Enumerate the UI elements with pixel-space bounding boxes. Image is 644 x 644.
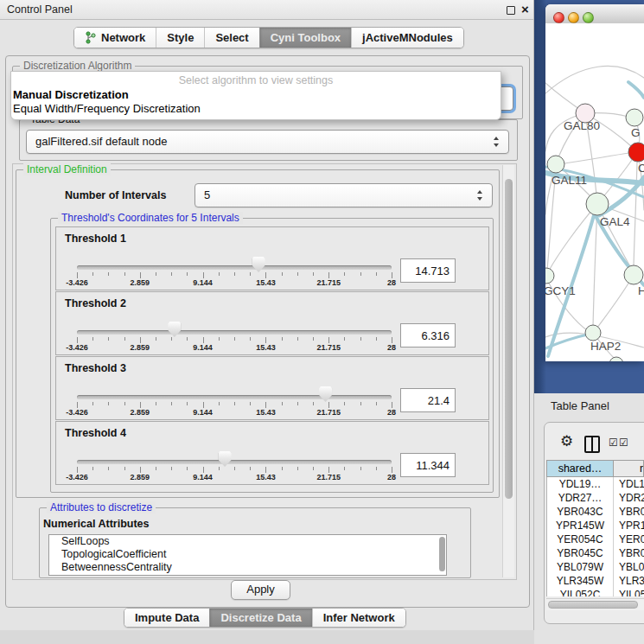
table-panel-title: Table Panel	[551, 399, 609, 412]
slider-thumb[interactable]	[219, 451, 232, 467]
slider-track[interactable]	[77, 460, 392, 464]
node-gcy1[interactable]	[545, 268, 554, 284]
vertical-scrollbar[interactable]	[502, 165, 514, 577]
table-row[interactable]: YBR045CYBR045C	[547, 546, 644, 560]
zoom-traffic-light[interactable]	[583, 12, 594, 23]
slider-track[interactable]	[77, 330, 392, 335]
table-row[interactable]: YDL19…YDL19	[547, 477, 644, 491]
slider-track[interactable]	[77, 395, 392, 399]
cell-name: YBR043C	[614, 505, 644, 519]
tick-label: 15.43	[256, 408, 276, 417]
stepper-arrows-icon	[476, 189, 484, 201]
node-label-c: C	[638, 162, 644, 175]
node-h[interactable]	[624, 265, 643, 284]
window-title: Control Panel	[7, 3, 73, 16]
slider-thumb[interactable]	[252, 257, 265, 272]
table-row[interactable]: YBL079WYBL079W	[547, 560, 644, 574]
node-unlabeled[interactable]	[609, 357, 623, 361]
network-window-titlebar[interactable]	[545, 4, 644, 24]
column-header-name[interactable]: name	[614, 461, 643, 476]
bottom-tab-infer-network-label: Infer Network	[323, 611, 395, 624]
node-gal11[interactable]	[547, 156, 564, 173]
discretization-algorithm-group-label: Discretization Algorithm	[20, 60, 135, 72]
table-row[interactable]: YDR27…YDR27	[547, 491, 644, 505]
numerical-attributes-list[interactable]: SelfLoopsTopologicalCoefficientBetweenne…	[48, 534, 447, 576]
threshold-value-input[interactable]	[400, 388, 456, 412]
bottom-tab-impute-data-label: Impute Data	[135, 611, 199, 624]
tick-label: 28	[387, 473, 396, 481]
node-gal4[interactable]	[586, 193, 609, 215]
float-window-icon[interactable]	[507, 6, 515, 15]
node-g[interactable]	[626, 109, 643, 126]
bottom-tab-infer-network[interactable]: Infer Network	[312, 609, 405, 627]
apply-button[interactable]: Apply	[231, 580, 290, 600]
checkbox-icon[interactable]: ☑	[609, 437, 618, 449]
table-row[interactable]: YPR145WYPR145W	[547, 519, 644, 532]
table-row[interactable]: YBR043CYBR043C	[547, 505, 644, 519]
attribute-item-topologicalcoefficient[interactable]: TopologicalCoefficient	[49, 548, 446, 561]
cell-shared-name: YBL079W	[547, 560, 614, 574]
table-data-combobox[interactable]: galFiltered.sif default node	[26, 130, 509, 154]
close-traffic-light[interactable]	[553, 12, 564, 23]
node-hap2[interactable]	[585, 325, 601, 341]
top-tab-bar: NetworkStyleSelectCyni ToolboxjActiveMNo…	[73, 27, 464, 48]
checkbox-icon[interactable]: ☑	[619, 437, 628, 449]
tab-jactivemnodules[interactable]: jActiveMNodules	[351, 28, 463, 48]
tick-label: 9.144	[193, 408, 213, 417]
gray-edge[interactable]	[549, 204, 597, 271]
slider-thumb[interactable]	[319, 386, 332, 402]
list-scrollbar-thumb[interactable]	[439, 537, 445, 571]
table-row[interactable]: YER054CYER054C	[547, 532, 644, 546]
cell-shared-name: YBR045C	[547, 546, 614, 560]
number-of-intervals-value: 5	[204, 188, 210, 201]
control-panel-titlebar: Control Panel ×	[0, 0, 533, 20]
threshold-value-input[interactable]	[400, 258, 456, 283]
tab-jactivemnodules-label: jActiveMNodules	[362, 31, 453, 44]
column-header-shared-name[interactable]: shared…	[547, 461, 614, 476]
cell-name: YBL079W	[614, 560, 644, 574]
vertical-scrollbar-thumb[interactable]	[505, 179, 513, 499]
gray-edge[interactable]	[593, 204, 597, 327]
close-icon[interactable]: ×	[521, 2, 529, 16]
tick-label: 15.43	[256, 278, 276, 287]
table-row[interactable]: YLR345WYLR345W	[547, 574, 644, 588]
attribute-item-selfloops[interactable]: SelfLoops	[49, 535, 446, 548]
horizontal-scrollbar-thumb[interactable]	[548, 601, 638, 609]
bottom-tab-bar: Impute DataDiscretize DataInfer Network	[124, 608, 406, 628]
bottom-tab-impute-data[interactable]: Impute Data	[124, 609, 209, 627]
number-of-intervals-combobox[interactable]: 5	[194, 183, 493, 207]
gray-edge[interactable]	[634, 162, 637, 266]
threshold-value-input[interactable]	[400, 323, 456, 348]
algorithm-dropdown-popup: Select algorithm to view settingsManual …	[10, 71, 501, 120]
cell-shared-name: YPR145W	[547, 519, 614, 532]
threshold-value-input[interactable]	[400, 453, 456, 477]
tab-cyni-toolbox[interactable]: Cyni Toolbox	[259, 28, 351, 48]
tick-label: -3.426	[66, 278, 88, 287]
slider-track[interactable]	[77, 265, 392, 270]
interval-definition-group-label: Interval Definition	[23, 163, 111, 175]
gray-edge[interactable]	[545, 66, 644, 93]
bottom-tab-discretize-data[interactable]: Discretize Data	[209, 609, 311, 627]
cell-name: YIL052C	[614, 588, 644, 596]
tab-style[interactable]: Style	[156, 28, 204, 48]
horizontal-scrollbar[interactable]	[546, 598, 644, 610]
tab-select[interactable]: Select	[204, 28, 258, 48]
tick-label: 21.715	[316, 408, 341, 417]
gear-icon[interactable]: ⚙	[560, 434, 573, 449]
network-icon	[85, 31, 97, 44]
tick-label: 28	[387, 278, 396, 287]
cell-name: YDR27	[614, 491, 644, 505]
column-view-icon[interactable]	[584, 436, 600, 453]
teal-edge[interactable]	[628, 82, 644, 98]
attribute-item-betweennesscentrality[interactable]: BetweennessCentrality	[49, 561, 446, 574]
dropdown-option-manual-discretization[interactable]: Manual Discretization	[13, 88, 129, 101]
table-row[interactable]: YIL052CYIL052C	[547, 588, 644, 596]
dropdown-option-equal-width-frequency-discretization[interactable]: Equal Width/Frequency Discretization	[13, 102, 201, 115]
network-canvas[interactable]: GAL80GCGAL11GAL4GCY1HHAP2	[545, 23, 644, 361]
tick-label: -3.426	[66, 473, 88, 481]
slider-thumb[interactable]	[168, 322, 181, 337]
node-c[interactable]	[628, 143, 644, 162]
tab-network[interactable]: Network	[74, 28, 156, 48]
node-label-h: H	[638, 284, 644, 297]
minimize-traffic-light[interactable]	[568, 12, 579, 23]
